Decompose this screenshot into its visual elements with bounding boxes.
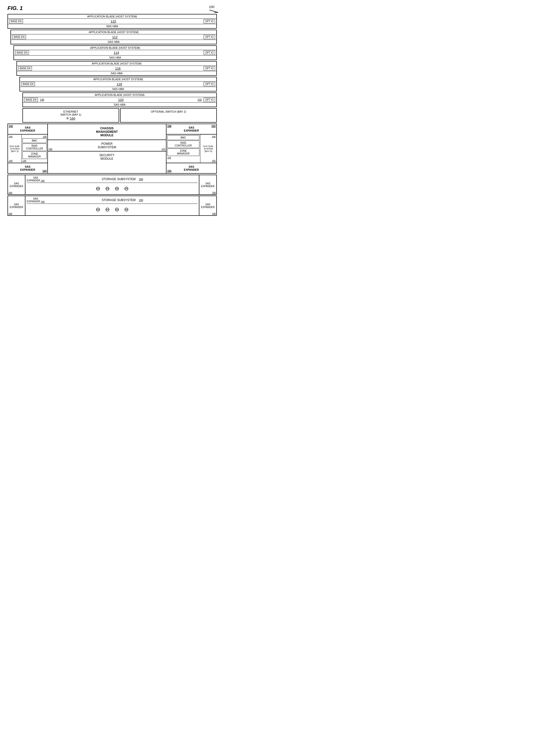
blade-116-sas: SAS HBA: [17, 71, 216, 75]
power-subsystem: POWERSUBSYSTEM 165 170: [48, 140, 166, 151]
blade-112-base: BASE EN: [12, 35, 26, 39]
ethernet-switch: ETHERNETSWITCH (BAY 1) ≡ 160: [22, 108, 119, 122]
diagram-container: FIG. 1 100 APPLICATION BLADE (HOST SYSTE…: [7, 5, 217, 216]
blade-114: APPLICATION BLADE (HOST SYSTEM) BASE EN …: [13, 45, 217, 60]
right-mid-inner: BMC RAIDCONTROLLER ZONEMANAGER 159 156 S…: [166, 135, 216, 163]
blade-116-opt: OPT IO: [204, 66, 215, 70]
blade-110: APPLICATION BLADE (HOST SYSTEM) BASE EN …: [7, 14, 217, 29]
left-sas-expander-bottom: SASEXPANDER 144: [8, 163, 47, 173]
blade-114-sas: SAS HBA: [14, 55, 216, 60]
blade-116-number: 116: [33, 66, 202, 70]
blade-120-sas: SAS HBA: [23, 103, 216, 107]
ref-142: 142: [9, 125, 13, 127]
blade-110-base: BASE EN: [9, 19, 23, 23]
left-bmc: BMC: [22, 138, 47, 143]
stor1-inner-sas: SASEXPANDER 182: [27, 176, 45, 182]
right-bmc: BMC: [167, 135, 199, 140]
ref-152: 152: [211, 125, 216, 127]
blade-112: APPLICATION BLADE (HOST SYSTEM) BASE EN …: [10, 30, 217, 45]
ref-146: 146: [9, 135, 12, 138]
blade-112-opt: OPT IO: [204, 35, 215, 39]
disk-icon-8: ⊖: [124, 206, 129, 213]
blade-112-number: 112: [27, 35, 202, 39]
left-column: 142 SASEXPANDER 146 SAS SUB-SYSTEM(BAY 3…: [8, 124, 48, 173]
blade-110-title: APPLICATION BLADE (HOST SYSTEM): [8, 15, 216, 19]
ref-190: 190: [139, 199, 143, 202]
ref-156: 156: [212, 135, 216, 138]
disk-icon-6: ⊖: [105, 206, 110, 213]
ref-186: 186: [212, 191, 216, 194]
ref-192: 192: [41, 200, 45, 203]
left-raid-controller: RAIDCONTROLLER: [22, 144, 47, 151]
stor2-disks: ⊖ ⊖ ⊖ ⊖: [27, 205, 198, 214]
stor1-left-sas: SASEXPANDER 184: [8, 175, 25, 194]
ref-194: 194: [8, 212, 12, 215]
stor2-left-sas: SASEXPANDER 194: [8, 196, 25, 215]
svg-line-0: [209, 10, 218, 12]
disk-icon-2: ⊖: [105, 185, 110, 192]
chassis-management: CHASSISMANAGEMENTMODULE: [48, 124, 166, 140]
blade-120-num-right: 132: [198, 98, 202, 101]
blade-114-title: APPLICATION BLADE (HOST SYSTEM): [14, 46, 216, 50]
security-module: SECURITYMODULE: [48, 151, 166, 173]
blade-120-number: 120: [45, 98, 197, 102]
left-sas-subsystem: 146 SAS SUB-SYSTEM(BAY 3) 140: [8, 135, 22, 163]
right-sas-expander-bottom: SASEXPANDER 154: [166, 163, 216, 173]
left-modules: 148 BMC RAIDCONTROLLER ZONEMANAGER 149: [22, 135, 47, 163]
stor2-title: STORAGE SUBSYSTEM 190: [47, 198, 198, 202]
blade-114-base: BASE EN: [15, 51, 29, 55]
ref-144: 144: [43, 170, 47, 172]
blade-120-title: APPLICATION BLADE (HOST SYSTEM): [23, 93, 216, 97]
blade-116-title: APPLICATION BLADE (HOST SYSTEM): [17, 61, 216, 66]
ref-165: 165: [49, 148, 52, 150]
right-raid-controller: RAIDCONTROLLER: [167, 141, 199, 148]
disk-icon-3: ⊖: [115, 185, 119, 192]
stor2-body: SASEXPANDER 192 STORAGE SUBSYSTEM 190 ⊖ …: [25, 196, 199, 215]
ref-170: 170: [162, 148, 165, 150]
stor2-right-sas: SASEXPANDER 196: [199, 196, 216, 215]
left-mid-inner: 146 SAS SUB-SYSTEM(BAY 3) 140 148 BMC RA…: [8, 135, 47, 163]
right-sas-subsystem: 156 SAS SUB-SYSTEM(BAY 4) 150: [200, 135, 216, 163]
blades-stack: APPLICATION BLADE (HOST SYSTEM) BASE EN …: [7, 14, 217, 107]
storage-row-2: SASEXPANDER 194 SASEXPANDER 192 STORAGE …: [7, 196, 217, 216]
blade-112-title: APPLICATION BLADE (HOST SYSTEM): [11, 30, 216, 34]
blade-118-opt: OPT IO: [204, 82, 215, 86]
blade-120-num-left: 130: [40, 98, 44, 101]
blade-112-sas: SAS HBA: [11, 39, 216, 44]
disk-icon-4: ⊖: [124, 185, 129, 192]
ref-154: 154: [167, 170, 171, 172]
stor1-right-sas: SASEXPANDER 186: [199, 175, 216, 194]
ref-182: 182: [41, 179, 45, 182]
stor1-body: SASEXPANDER 182 STORAGE SUBSYSTEM 180 ⊖ …: [25, 175, 199, 194]
storage-row-1: SASEXPANDER 184 SASEXPANDER 182 STORAGE …: [7, 175, 217, 195]
stor1-title: STORAGE SUBSYSTEM 180: [47, 177, 198, 181]
blade-116: APPLICATION BLADE (HOST SYSTEM) BASE EN …: [17, 61, 217, 76]
ref-158: 158: [167, 125, 171, 127]
stor1-disks: ⊖ ⊖ ⊖ ⊖: [27, 184, 198, 193]
blade-118: APPLICATION BLADE (HOST SYSTEM) BASE EN …: [20, 77, 217, 91]
switch-lines: ≡ 160: [27, 116, 115, 121]
blade-118-base: BASE EN: [21, 82, 35, 86]
figure-label: FIG. 1: [7, 5, 23, 11]
blade-118-title: APPLICATION BLADE (HOST SYSTEM): [20, 77, 216, 82]
disk-icon-1: ⊖: [96, 185, 100, 192]
left-zone-manager: ZONEMANAGER: [22, 151, 47, 159]
blade-110-number: 110: [24, 20, 202, 23]
ref-184: 184: [8, 191, 12, 194]
blade-118-number: 118: [36, 82, 202, 86]
right-modules: BMC RAIDCONTROLLER ZONEMANAGER 159: [166, 135, 200, 163]
blade-120: APPLICATION BLADE (HOST SYSTEM) BASE EN …: [22, 92, 217, 107]
left-ref-148: 148: [22, 135, 47, 138]
blade-118-sas: SAS HBA: [20, 87, 216, 91]
ref-140: 140: [9, 160, 12, 162]
stor2-inner-sas: SASEXPANDER 192: [27, 197, 45, 203]
switch-row: ETHERNETSWITCH (BAY 1) ≡ 160 OPTIONAL SW…: [22, 108, 217, 122]
center-column: CHASSISMANAGEMENTMODULE POWERSUBSYSTEM 1…: [48, 124, 166, 173]
ref-150: 150: [212, 160, 216, 162]
right-zone-manager: ZONEMANAGER: [167, 148, 199, 156]
right-column: 158 SASEXPANDER 152 BMC RAIDCONTROLLER Z…: [166, 124, 216, 173]
left-sas-expander-top: 142 SASEXPANDER: [8, 124, 47, 135]
right-sas-expander-top: 158 SASEXPANDER 152: [166, 124, 216, 135]
ref-196: 196: [212, 212, 216, 215]
optional-switch: OPTIONAL SWITCH (BAY 2): [120, 108, 217, 122]
